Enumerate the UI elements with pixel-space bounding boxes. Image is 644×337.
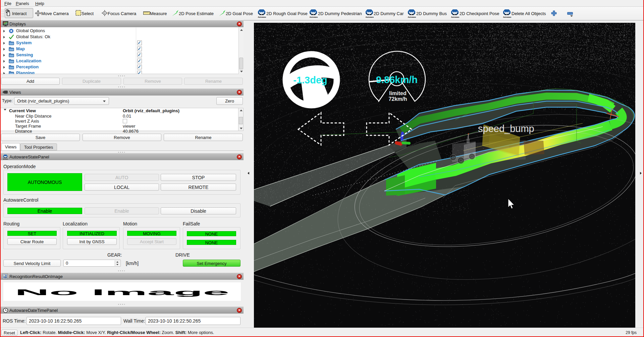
- svg-text:Autoware: Autoware: [258, 16, 266, 18]
- svg-text:72km/h: 72km/h: [388, 96, 407, 102]
- svg-text:-1.3deg: -1.3deg: [293, 75, 327, 85]
- svg-text:speed_bump: speed_bump: [478, 123, 534, 134]
- svg-text:limited: limited: [389, 90, 407, 96]
- svg-text:Autoware: Autoware: [3, 158, 8, 159]
- svg-text:9.86km/h: 9.86km/h: [376, 74, 418, 85]
- svg-text:Autoware: Autoware: [503, 16, 512, 18]
- svg-text:Autoware: Autoware: [451, 16, 460, 18]
- svg-text:Autoware: Autoware: [366, 16, 374, 18]
- svg-text:Autoware: Autoware: [408, 16, 416, 18]
- svg-text:No Image: No Image: [15, 288, 229, 297]
- svg-text:Autoware: Autoware: [310, 16, 318, 18]
